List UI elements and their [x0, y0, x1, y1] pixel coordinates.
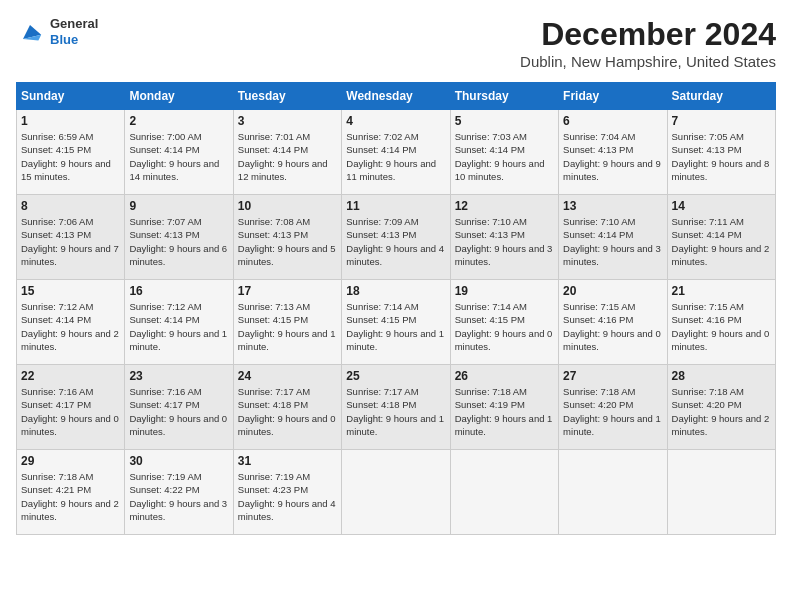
- day-number: 13: [563, 199, 662, 213]
- day-number: 3: [238, 114, 337, 128]
- day-info: Sunrise: 7:19 AMSunset: 4:23 PMDaylight:…: [238, 470, 337, 523]
- calendar-cell: 29Sunrise: 7:18 AMSunset: 4:21 PMDayligh…: [17, 450, 125, 535]
- calendar-cell: [559, 450, 667, 535]
- header-day-wednesday: Wednesday: [342, 83, 450, 110]
- day-info: Sunrise: 7:05 AMSunset: 4:13 PMDaylight:…: [672, 130, 771, 183]
- calendar-cell: 18Sunrise: 7:14 AMSunset: 4:15 PMDayligh…: [342, 280, 450, 365]
- calendar-cell: 14Sunrise: 7:11 AMSunset: 4:14 PMDayligh…: [667, 195, 775, 280]
- calendar-cell: 4Sunrise: 7:02 AMSunset: 4:14 PMDaylight…: [342, 110, 450, 195]
- header-day-monday: Monday: [125, 83, 233, 110]
- day-number: 29: [21, 454, 120, 468]
- calendar-cell: 17Sunrise: 7:13 AMSunset: 4:15 PMDayligh…: [233, 280, 341, 365]
- header-day-sunday: Sunday: [17, 83, 125, 110]
- calendar-cell: 25Sunrise: 7:17 AMSunset: 4:18 PMDayligh…: [342, 365, 450, 450]
- calendar-cell: 2Sunrise: 7:00 AMSunset: 4:14 PMDaylight…: [125, 110, 233, 195]
- day-info: Sunrise: 7:15 AMSunset: 4:16 PMDaylight:…: [672, 300, 771, 353]
- calendar-cell: 23Sunrise: 7:16 AMSunset: 4:17 PMDayligh…: [125, 365, 233, 450]
- calendar-cell: [450, 450, 558, 535]
- calendar-week-5: 29Sunrise: 7:18 AMSunset: 4:21 PMDayligh…: [17, 450, 776, 535]
- day-number: 14: [672, 199, 771, 213]
- day-info: Sunrise: 7:12 AMSunset: 4:14 PMDaylight:…: [21, 300, 120, 353]
- day-info: Sunrise: 7:13 AMSunset: 4:15 PMDaylight:…: [238, 300, 337, 353]
- calendar-week-2: 8Sunrise: 7:06 AMSunset: 4:13 PMDaylight…: [17, 195, 776, 280]
- calendar-cell: 12Sunrise: 7:10 AMSunset: 4:13 PMDayligh…: [450, 195, 558, 280]
- calendar-header: SundayMondayTuesdayWednesdayThursdayFrid…: [17, 83, 776, 110]
- day-info: Sunrise: 7:16 AMSunset: 4:17 PMDaylight:…: [21, 385, 120, 438]
- day-info: Sunrise: 7:15 AMSunset: 4:16 PMDaylight:…: [563, 300, 662, 353]
- calendar-cell: 15Sunrise: 7:12 AMSunset: 4:14 PMDayligh…: [17, 280, 125, 365]
- calendar-cell: 10Sunrise: 7:08 AMSunset: 4:13 PMDayligh…: [233, 195, 341, 280]
- day-number: 26: [455, 369, 554, 383]
- calendar-cell: 13Sunrise: 7:10 AMSunset: 4:14 PMDayligh…: [559, 195, 667, 280]
- day-number: 4: [346, 114, 445, 128]
- header-day-tuesday: Tuesday: [233, 83, 341, 110]
- day-info: Sunrise: 7:08 AMSunset: 4:13 PMDaylight:…: [238, 215, 337, 268]
- logo-blue: Blue: [50, 32, 98, 48]
- day-info: Sunrise: 7:14 AMSunset: 4:15 PMDaylight:…: [455, 300, 554, 353]
- calendar-cell: [667, 450, 775, 535]
- header-day-saturday: Saturday: [667, 83, 775, 110]
- day-info: Sunrise: 7:18 AMSunset: 4:20 PMDaylight:…: [563, 385, 662, 438]
- day-number: 25: [346, 369, 445, 383]
- day-info: Sunrise: 7:10 AMSunset: 4:14 PMDaylight:…: [563, 215, 662, 268]
- calendar-cell: 11Sunrise: 7:09 AMSunset: 4:13 PMDayligh…: [342, 195, 450, 280]
- day-number: 9: [129, 199, 228, 213]
- day-info: Sunrise: 6:59 AMSunset: 4:15 PMDaylight:…: [21, 130, 120, 183]
- day-info: Sunrise: 7:17 AMSunset: 4:18 PMDaylight:…: [346, 385, 445, 438]
- page-subtitle: Dublin, New Hampshire, United States: [520, 53, 776, 70]
- day-number: 12: [455, 199, 554, 213]
- day-number: 11: [346, 199, 445, 213]
- day-info: Sunrise: 7:07 AMSunset: 4:13 PMDaylight:…: [129, 215, 228, 268]
- day-number: 7: [672, 114, 771, 128]
- calendar-cell: 21Sunrise: 7:15 AMSunset: 4:16 PMDayligh…: [667, 280, 775, 365]
- calendar-cell: 20Sunrise: 7:15 AMSunset: 4:16 PMDayligh…: [559, 280, 667, 365]
- day-number: 31: [238, 454, 337, 468]
- calendar-cell: 3Sunrise: 7:01 AMSunset: 4:14 PMDaylight…: [233, 110, 341, 195]
- logo: General Blue: [16, 16, 98, 47]
- calendar-cell: 7Sunrise: 7:05 AMSunset: 4:13 PMDaylight…: [667, 110, 775, 195]
- header-row: SundayMondayTuesdayWednesdayThursdayFrid…: [17, 83, 776, 110]
- day-info: Sunrise: 7:19 AMSunset: 4:22 PMDaylight:…: [129, 470, 228, 523]
- day-number: 6: [563, 114, 662, 128]
- calendar-week-4: 22Sunrise: 7:16 AMSunset: 4:17 PMDayligh…: [17, 365, 776, 450]
- day-info: Sunrise: 7:02 AMSunset: 4:14 PMDaylight:…: [346, 130, 445, 183]
- day-info: Sunrise: 7:18 AMSunset: 4:21 PMDaylight:…: [21, 470, 120, 523]
- calendar-cell: 27Sunrise: 7:18 AMSunset: 4:20 PMDayligh…: [559, 365, 667, 450]
- logo-general: General: [50, 16, 98, 32]
- day-number: 21: [672, 284, 771, 298]
- day-number: 18: [346, 284, 445, 298]
- calendar-cell: 6Sunrise: 7:04 AMSunset: 4:13 PMDaylight…: [559, 110, 667, 195]
- calendar-cell: 5Sunrise: 7:03 AMSunset: 4:14 PMDaylight…: [450, 110, 558, 195]
- day-number: 24: [238, 369, 337, 383]
- day-number: 1: [21, 114, 120, 128]
- calendar-cell: 1Sunrise: 6:59 AMSunset: 4:15 PMDaylight…: [17, 110, 125, 195]
- calendar-cell: 19Sunrise: 7:14 AMSunset: 4:15 PMDayligh…: [450, 280, 558, 365]
- calendar-cell: 16Sunrise: 7:12 AMSunset: 4:14 PMDayligh…: [125, 280, 233, 365]
- header: General Blue December 2024 Dublin, New H…: [16, 16, 776, 70]
- day-info: Sunrise: 7:00 AMSunset: 4:14 PMDaylight:…: [129, 130, 228, 183]
- day-info: Sunrise: 7:18 AMSunset: 4:19 PMDaylight:…: [455, 385, 554, 438]
- calendar-cell: 30Sunrise: 7:19 AMSunset: 4:22 PMDayligh…: [125, 450, 233, 535]
- day-number: 22: [21, 369, 120, 383]
- day-number: 23: [129, 369, 228, 383]
- calendar-cell: 24Sunrise: 7:17 AMSunset: 4:18 PMDayligh…: [233, 365, 341, 450]
- header-day-friday: Friday: [559, 83, 667, 110]
- calendar-week-3: 15Sunrise: 7:12 AMSunset: 4:14 PMDayligh…: [17, 280, 776, 365]
- day-number: 19: [455, 284, 554, 298]
- day-number: 15: [21, 284, 120, 298]
- day-info: Sunrise: 7:17 AMSunset: 4:18 PMDaylight:…: [238, 385, 337, 438]
- day-number: 2: [129, 114, 228, 128]
- day-info: Sunrise: 7:04 AMSunset: 4:13 PMDaylight:…: [563, 130, 662, 183]
- page-title: December 2024: [520, 16, 776, 53]
- calendar-week-1: 1Sunrise: 6:59 AMSunset: 4:15 PMDaylight…: [17, 110, 776, 195]
- day-info: Sunrise: 7:18 AMSunset: 4:20 PMDaylight:…: [672, 385, 771, 438]
- day-info: Sunrise: 7:03 AMSunset: 4:14 PMDaylight:…: [455, 130, 554, 183]
- day-info: Sunrise: 7:06 AMSunset: 4:13 PMDaylight:…: [21, 215, 120, 268]
- day-number: 8: [21, 199, 120, 213]
- title-area: December 2024 Dublin, New Hampshire, Uni…: [520, 16, 776, 70]
- day-info: Sunrise: 7:16 AMSunset: 4:17 PMDaylight:…: [129, 385, 228, 438]
- day-info: Sunrise: 7:12 AMSunset: 4:14 PMDaylight:…: [129, 300, 228, 353]
- logo-text: General Blue: [50, 16, 98, 47]
- calendar-cell: 9Sunrise: 7:07 AMSunset: 4:13 PMDaylight…: [125, 195, 233, 280]
- day-info: Sunrise: 7:01 AMSunset: 4:14 PMDaylight:…: [238, 130, 337, 183]
